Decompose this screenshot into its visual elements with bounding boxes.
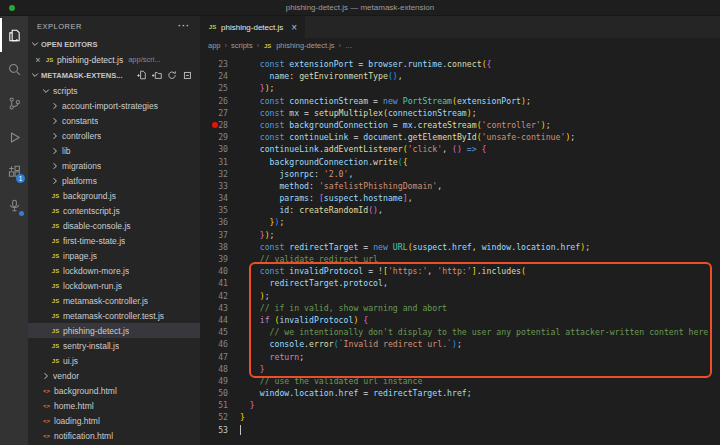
tree-item-metamask-controller.js[interactable]: JSmetamask-controller.js <box>28 293 200 308</box>
chevron-right-icon[interactable] <box>51 147 59 155</box>
line-number[interactable]: 46 <box>200 338 240 350</box>
open-editors-header[interactable]: OPEN EDITORS <box>28 36 200 52</box>
code-line-42[interactable]: 42 ); <box>200 290 720 302</box>
tree-item-loading.html[interactable]: <>loading.html <box>28 413 200 428</box>
code-line-23[interactable]: 23 const extensionPort = browser.runtime… <box>200 58 720 70</box>
tab-phishing-detect[interactable]: JS phishing-detect.js × <box>200 16 306 38</box>
new-folder-icon[interactable] <box>152 70 162 80</box>
code-line-30[interactable]: 30 continueLink.addEventListener('click'… <box>200 143 720 155</box>
tree-item-platforms[interactable]: platforms <box>28 173 200 188</box>
tree-item-lib[interactable]: lib <box>28 143 200 158</box>
code-line-48[interactable]: 48 } <box>200 363 720 375</box>
tree-item-scripts[interactable]: scripts <box>28 83 200 98</box>
tree-item-constants[interactable]: constants <box>28 113 200 128</box>
tree-item-metamask-controller.test.js[interactable]: JSmetamask-controller.test.js <box>28 308 200 323</box>
line-number[interactable]: 39 <box>200 253 240 265</box>
code-line-44[interactable]: 44 if (invalidProtocol) { <box>200 314 720 326</box>
line-number[interactable]: 51 <box>200 399 240 411</box>
activity-search-icon[interactable] <box>0 52 28 86</box>
line-number[interactable]: 29 <box>200 131 240 143</box>
line-number[interactable]: 38 <box>200 241 240 253</box>
line-number[interactable]: 37 <box>200 229 240 241</box>
line-number[interactable]: 36 <box>200 216 240 228</box>
tree-item-notification.html[interactable]: <>notification.html <box>28 428 200 443</box>
tree-item-migrations[interactable]: migrations <box>28 158 200 173</box>
line-number[interactable]: 40 <box>200 265 240 277</box>
code-line-46[interactable]: 46 console.error(`Invalid redirect url.`… <box>200 338 720 350</box>
line-number[interactable]: 35 <box>200 204 240 216</box>
line-number[interactable]: 31 <box>200 156 240 168</box>
window-control-dot[interactable] <box>9 5 15 11</box>
code-line-24[interactable]: 24 name: getEnvironmentType(), <box>200 70 720 82</box>
code-line-27[interactable]: 27 const mx = setupMultiplex(connectionS… <box>200 107 720 119</box>
collapse-all-icon[interactable] <box>182 70 192 80</box>
line-number[interactable]: 41 <box>200 277 240 289</box>
close-icon[interactable]: × <box>291 22 297 33</box>
code-line-39[interactable]: 39 // validate redirect url <box>200 253 720 265</box>
line-number[interactable]: 33 <box>200 180 240 192</box>
tree-item-home.html[interactable]: <>home.html <box>28 398 200 413</box>
activity-explorer-icon[interactable] <box>0 18 28 52</box>
code-line-41[interactable]: 41 redirectTarget.protocol, <box>200 277 720 289</box>
workspace-header[interactable]: METAMASK-EXTENS... <box>28 67 200 83</box>
line-number[interactable]: 44 <box>200 314 240 326</box>
code-line-37[interactable]: 37 }); <box>200 229 720 241</box>
open-editor-item[interactable]: × JS phishing-detect.js app/scri... <box>28 52 200 67</box>
code-line-50[interactable]: 50 window.location.href = redirectTarget… <box>200 387 720 399</box>
code-line-34[interactable]: 34 params: [suspect.hostname], <box>200 192 720 204</box>
line-number[interactable]: 45 <box>200 326 240 338</box>
code-line-52[interactable]: 52} <box>200 411 720 423</box>
tree-item-ui.js[interactable]: JSui.js <box>28 353 200 368</box>
code-line-35[interactable]: 35 id: createRandomId(), <box>200 204 720 216</box>
tree-item-background.html[interactable]: <>background.html <box>28 383 200 398</box>
tree-item-inpage.js[interactable]: JSinpage.js <box>28 248 200 263</box>
tree-item-disable-console.js[interactable]: JSdisable-console.js <box>28 218 200 233</box>
tree-item-phishing-detect.js[interactable]: JSphishing-detect.js <box>28 323 200 338</box>
activity-microphone-icon[interactable] <box>0 188 28 222</box>
line-number[interactable]: 47 <box>200 351 240 363</box>
refresh-icon[interactable] <box>167 70 177 80</box>
line-number[interactable]: 52 <box>200 411 240 423</box>
tree-item-sentry-install.js[interactable]: JSsentry-install.js <box>28 338 200 353</box>
line-number[interactable]: 50 <box>200 387 240 399</box>
line-number[interactable]: 49 <box>200 375 240 387</box>
tree-item-contentscript.js[interactable]: JScontentscript.js <box>28 203 200 218</box>
breadcrumb-segment[interactable]: phishing-detect.js <box>276 41 334 50</box>
activity-run-debug-icon[interactable] <box>0 120 28 154</box>
tree-item-lockdown-run.js[interactable]: JSlockdown-run.js <box>28 278 200 293</box>
code-line-28[interactable]: 28 const backgroundConnection = mx.creat… <box>200 119 720 131</box>
code-line-38[interactable]: 38 const redirectTarget = new URL(suspec… <box>200 241 720 253</box>
line-number[interactable]: 27 <box>200 107 240 119</box>
line-number[interactable]: 48 <box>200 363 240 375</box>
line-number-breakpoint[interactable]: 28 <box>200 119 240 131</box>
line-number[interactable]: 30 <box>200 143 240 155</box>
line-number[interactable]: 25 <box>200 82 240 94</box>
activity-extensions-icon[interactable]: 1 <box>0 154 28 188</box>
chevron-down-icon[interactable] <box>31 40 39 48</box>
code-line-51[interactable]: 51 } <box>200 399 720 411</box>
line-number[interactable]: 23 <box>200 58 240 70</box>
chevron-right-icon[interactable] <box>51 177 59 185</box>
tree-item-background.js[interactable]: JSbackground.js <box>28 188 200 203</box>
activity-source-control-icon[interactable] <box>0 86 28 120</box>
close-icon[interactable]: × <box>34 55 42 65</box>
code-line-53[interactable]: 53 <box>200 424 720 436</box>
tree-item-vendor[interactable]: vendor <box>28 368 200 383</box>
line-number[interactable]: 26 <box>200 95 240 107</box>
code-line-47[interactable]: 47 return; <box>200 351 720 363</box>
code-line-45[interactable]: 45 // we intentionally don't display to … <box>200 326 720 338</box>
code-line-36[interactable]: 36 }); <box>200 216 720 228</box>
chevron-right-icon[interactable] <box>51 132 59 140</box>
code-line-49[interactable]: 49 // use the validated url instance <box>200 375 720 387</box>
chevron-right-icon[interactable] <box>51 102 59 110</box>
line-number[interactable]: 34 <box>200 192 240 204</box>
code-line-43[interactable]: 43 // if in valid, show warning and abor… <box>200 302 720 314</box>
chevron-down-icon[interactable] <box>42 87 50 95</box>
chevron-right-icon[interactable] <box>51 162 59 170</box>
code-line-33[interactable]: 33 method: 'safelistPhishingDomain', <box>200 180 720 192</box>
code-line-31[interactable]: 31 backgroundConnection.write({ <box>200 156 720 168</box>
breadcrumb-ellipsis[interactable]: … <box>345 41 353 50</box>
chevron-right-icon[interactable] <box>51 117 59 125</box>
tree-item-account-import-strategies[interactable]: account-import-strategies <box>28 98 200 113</box>
line-number[interactable]: 43 <box>200 302 240 314</box>
